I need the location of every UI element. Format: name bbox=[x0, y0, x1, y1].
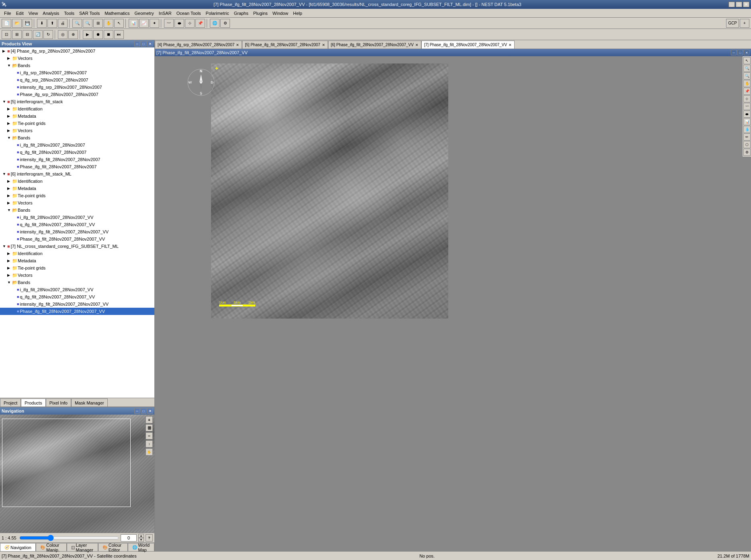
tree-arrow-bands-4[interactable]: ▼ bbox=[7, 63, 12, 67]
tree-arrow-4[interactable]: ▶ bbox=[2, 49, 7, 53]
tree-metadata-6[interactable]: ▶ 📁 Metadata bbox=[0, 185, 154, 192]
settings-button[interactable]: ⚙ bbox=[220, 19, 230, 28]
tree-band-intensity-7[interactable]: ■ intensity_ifg_filt_28Nov2007_28Nov2007… bbox=[0, 300, 154, 308]
img-tab-5-close[interactable]: ✕ bbox=[322, 43, 325, 47]
rt-settings-button[interactable]: ⚙ bbox=[743, 149, 751, 156]
zoom-down-button[interactable]: ▼ bbox=[138, 538, 144, 542]
tree-tpg-6[interactable]: ▶ 📁 Tie-point grids bbox=[0, 192, 154, 199]
menu-tools[interactable]: Tools bbox=[62, 10, 77, 16]
tb2-btn6[interactable]: ◎ bbox=[58, 30, 68, 39]
tree-metadata-5[interactable]: ▶ 📁 Metadata bbox=[0, 112, 154, 120]
img-tab-7[interactable]: [7] Phase_ifg_filt_28Nov2007_28Nov2007_V… bbox=[421, 41, 515, 49]
tree-product-7[interactable]: ▼ ■ [7] NL_cross_standard_coreg_IFG_SUBS… bbox=[0, 243, 154, 250]
sar-image-display[interactable]: 1km 5km 2km + bbox=[211, 63, 448, 319]
panel-tab-world-map[interactable]: 🌐 World Map bbox=[128, 543, 154, 551]
rt-histogram-button[interactable]: 📊 bbox=[743, 118, 751, 125]
zoom-hand-nav-button[interactable]: ✋ bbox=[146, 448, 153, 456]
zoom-slider[interactable] bbox=[19, 535, 119, 541]
tb2-btn3[interactable]: ⊟ bbox=[23, 30, 32, 39]
tree-band-intensity-filt-5[interactable]: ■ intensity_ifg_filt_28Nov2007_28Nov2007 bbox=[0, 156, 154, 163]
menu-ocean-tools[interactable]: Ocean Tools bbox=[174, 10, 203, 16]
maximize-button[interactable]: □ bbox=[736, 2, 742, 7]
menu-analysis[interactable]: Analysis bbox=[40, 10, 62, 16]
tree-vectors-7[interactable]: ▶ 📁 Vectors bbox=[0, 272, 154, 279]
pan-button[interactable]: ✋ bbox=[104, 19, 113, 28]
statistics-button[interactable]: 📊 bbox=[129, 19, 138, 28]
menu-plugins[interactable]: Plugins bbox=[251, 10, 270, 16]
tree-band-q-srp[interactable]: ■ q_ifg_srp_28Nov2007_28Nov2007 bbox=[0, 76, 154, 84]
panel-tab-colour-manip[interactable]: 🎨 Colour Manip. bbox=[36, 543, 67, 551]
nav-close-button[interactable]: ✕ bbox=[147, 408, 153, 414]
menu-insar[interactable]: InSAR bbox=[156, 10, 174, 16]
tb2-btn9[interactable]: ⏺ bbox=[93, 30, 103, 39]
tree-product-6[interactable]: ▼ ■ [6] interferogram_filt_stack_ML bbox=[0, 170, 154, 178]
tree-band-phase-7[interactable]: ■ Phase_ifg_filt_28Nov2007_28Nov2007_VV bbox=[0, 308, 154, 315]
tab-mask-manager[interactable]: Mask Manager bbox=[71, 399, 108, 407]
zoom-fit-nav-button[interactable]: ⊞ bbox=[146, 424, 153, 431]
tree-band-q-7[interactable]: ■ q_ifg_filt_28Nov2007_28Nov2007_VV bbox=[0, 293, 154, 300]
tree-tpg-7[interactable]: ▶ 📁 Tie-point grids bbox=[0, 264, 154, 272]
scatter-button[interactable]: ✦ bbox=[150, 19, 159, 28]
zoom-prev-nav-button[interactable]: ↕ bbox=[146, 440, 153, 448]
export-button[interactable]: ⬆ bbox=[47, 19, 57, 28]
menu-view[interactable]: View bbox=[26, 10, 41, 16]
zoom-fit-button[interactable]: ⊞ bbox=[93, 19, 103, 28]
menu-file[interactable]: File bbox=[2, 10, 14, 16]
menu-geometry[interactable]: Geometry bbox=[132, 10, 156, 16]
pv-maximize-button[interactable]: □ bbox=[141, 41, 146, 47]
zoom-in-nav-button[interactable]: + bbox=[146, 416, 153, 423]
profile-button[interactable]: ⬬ bbox=[174, 19, 184, 28]
tree-identification-7[interactable]: ▶ 📁 Identification bbox=[0, 250, 154, 257]
zoom-help-button[interactable]: ? bbox=[146, 534, 153, 542]
tree-band-i-7[interactable]: ■ i_ifg_filt_28Nov2007_28Nov2007_VV bbox=[0, 286, 154, 293]
tab-project[interactable]: Project bbox=[0, 399, 21, 407]
panel-tab-colour-editor[interactable]: 🎨 Colour Editor bbox=[98, 543, 128, 551]
zoom-up-button[interactable]: ▲ bbox=[138, 534, 144, 538]
tb2-btn11[interactable]: ⏭ bbox=[114, 30, 124, 39]
select-button[interactable]: ↖ bbox=[114, 19, 124, 28]
rt-polygon-button[interactable]: ⬡ bbox=[743, 141, 751, 148]
gcp-add-button[interactable]: + bbox=[740, 19, 749, 28]
tree-bands-5[interactable]: ▼ 📂 Bands bbox=[0, 134, 154, 141]
tree-bands-7[interactable]: ▼ 📂 Bands bbox=[0, 279, 154, 286]
img-close-button[interactable]: ✕ bbox=[744, 50, 749, 55]
tree-arrow-vectors-4[interactable]: ▶ bbox=[7, 56, 12, 60]
rt-zoom-in-button[interactable]: 🔍 bbox=[743, 65, 751, 72]
menu-help[interactable]: Help bbox=[291, 10, 305, 16]
tb2-btn5[interactable]: ↻ bbox=[43, 30, 53, 39]
tb2-btn7[interactable]: ⊕ bbox=[68, 30, 78, 39]
tree-identification-6[interactable]: ▶ 📁 Identification bbox=[0, 178, 154, 185]
tree-band-phase-ml[interactable]: ■ Phase_ifg_filt_28Nov2007_28Nov2007_VV bbox=[0, 235, 154, 243]
tab-pixel-info[interactable]: Pixel Info bbox=[46, 399, 71, 407]
zoom-in-button[interactable]: 🔍 bbox=[72, 19, 82, 28]
tree-product-5[interactable]: ▼ ■ [5] interferogram_filt_stack bbox=[0, 98, 154, 105]
img-tab-6-close[interactable]: ✕ bbox=[415, 43, 419, 47]
tree-vectors-4[interactable]: ▶ 📁 Vectors bbox=[0, 55, 154, 62]
img-tab-7-close[interactable]: ✕ bbox=[509, 43, 512, 47]
tree-vectors-6[interactable]: ▶ 📁 Vectors bbox=[0, 199, 154, 206]
menu-sar-tools[interactable]: SAR Tools bbox=[77, 10, 102, 16]
pin-button[interactable]: 📌 bbox=[195, 19, 205, 28]
rt-profile-button[interactable]: ⬬ bbox=[743, 110, 751, 118]
menu-polarimetric[interactable]: Polarimetric bbox=[203, 10, 232, 16]
rt-pan-button[interactable]: ✋ bbox=[743, 80, 751, 87]
rt-draw-button[interactable]: ✏ bbox=[743, 133, 751, 141]
import-button[interactable]: ⬇ bbox=[37, 19, 47, 28]
tree-band-ifg-srp-i[interactable]: ■ i_ifg_srp_28Nov2007_28Nov2007 bbox=[0, 69, 154, 76]
tree-band-intensity-srp[interactable]: ■ intensity_ifg_srp_28Nov2007_28Nov2007 bbox=[0, 84, 154, 91]
nav-maximize-button[interactable]: □ bbox=[141, 408, 146, 414]
tb2-btn8[interactable]: ▶ bbox=[83, 30, 92, 39]
rt-measure-button[interactable]: ⊹ bbox=[743, 95, 751, 102]
tree-tpg-5[interactable]: ▶ 📁 Tie-point grids bbox=[0, 120, 154, 127]
tree-band-q-filt-5[interactable]: ■ q_ifg_filt_28Nov2007_28Nov2007 bbox=[0, 149, 154, 156]
new-button[interactable]: 📄 bbox=[2, 19, 11, 28]
panel-tab-layer-manager[interactable]: ◫ Layer Manager bbox=[67, 543, 98, 551]
tree-band-phase-srp[interactable]: ■ Phase_ifg_srp_28Nov2007_28Nov2007 bbox=[0, 91, 154, 98]
navigation-thumbnail[interactable] bbox=[0, 415, 154, 533]
tree-vectors-5[interactable]: ▶ 📁 Vectors bbox=[0, 127, 154, 134]
save-button[interactable]: 💾 bbox=[23, 19, 32, 28]
tb2-btn1[interactable]: ⊡ bbox=[2, 30, 11, 39]
tree-band-i-ml[interactable]: ■ i_ifg_filt_28Nov2007_28Nov2007_VV bbox=[0, 214, 154, 221]
rt-spectrum-button[interactable]: 〰 bbox=[743, 103, 751, 110]
zoom-out-button[interactable]: 🔍 bbox=[83, 19, 92, 28]
